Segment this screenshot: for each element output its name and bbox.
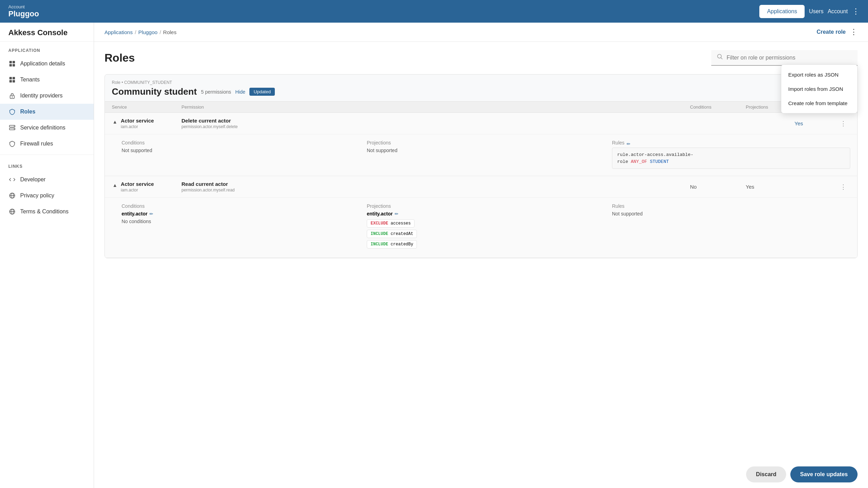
save-button[interactable]: Save role updates [790,466,858,482]
page-content: Roles Role • COMMUNITY_STUDENT [94,42,868,272]
sidebar-section-application: APPLICATION [0,42,94,56]
sidebar-item-firewall-rules[interactable]: Firewall rules [0,136,94,152]
perm2-rules-label: Rules [612,203,850,209]
svg-point-9 [12,96,13,97]
perm1-rules-edit-icon[interactable]: ✏ [627,141,630,147]
nav-users-button[interactable]: Users [809,8,823,15]
sidebar-item-tenants-label: Tenants [20,77,40,83]
sidebar-item-roles-label: Roles [20,109,36,115]
perm2-id: permission.actor.myself.read [181,188,690,192]
sidebar-section-links: LINKS [0,158,94,172]
search-input[interactable] [727,55,852,61]
perm1-rules: Yes [795,120,836,126]
perm2-detail: Conditions entity.actor ✏ No conditions … [105,197,857,258]
sidebar-item-service-definitions-label: Service definitions [20,125,65,131]
svg-rect-7 [13,80,15,82]
perm2-expand-button[interactable]: ▲ [112,182,118,189]
col-header-permission: Permission [181,104,690,110]
roles-header: Roles [104,50,858,66]
sidebar-item-identity-providers[interactable]: Identity providers [0,88,94,104]
perm2-cond-edit-icon[interactable]: ✏ [149,211,153,217]
dropdown-item-export[interactable]: Export roles as JSON [781,68,857,82]
sidebar-item-privacy-policy[interactable]: Privacy policy [0,188,94,204]
breadcrumb-bar: Applications / Pluggoo / Roles Create ro… [94,23,868,42]
terms-globe-icon [8,208,16,215]
sidebar-item-service-definitions[interactable]: Service definitions [0,120,94,136]
header-more-button[interactable]: ⋮ [852,7,860,16]
perm-row-2-main: ▲ Actor service iam.actor Read current a… [105,176,857,197]
perm1-name: Delete current actor [181,118,690,124]
sidebar-item-terms[interactable]: Terms & Conditions [0,204,94,220]
sidebar-item-identity-providers-label: Identity providers [20,93,63,99]
perm1-service-id: iam.actor [121,124,154,129]
role-card: Role • COMMUNITY_STUDENT Community stude… [104,74,858,258]
perm1-expand-button[interactable]: ▲ [112,118,118,125]
roles-shield-icon [8,108,16,116]
perm2-conditions: No [690,184,746,190]
breadcrumb-more-button[interactable]: ⋮ [850,27,858,37]
perm1-proj-label: Projections [367,140,605,145]
perm1-rules-label: Rules [612,140,625,145]
perm-row-1-main: ▲ Actor service iam.actor Delete current… [105,113,857,134]
account-label: Account [8,4,39,9]
perm1-rules-yes[interactable]: Yes [795,120,803,126]
perm2-proj-yes: Yes [746,184,754,190]
tenants-icon [8,76,16,84]
perm1-proj-value: Not supported [367,148,605,153]
nav-applications-button[interactable]: Applications [759,5,805,18]
svg-rect-1 [13,61,15,63]
discard-button[interactable]: Discard [746,466,786,482]
breadcrumb-applications[interactable]: Applications [104,29,133,35]
perm1-detail: Conditions Not supported Projections Not… [105,134,857,176]
svg-rect-5 [13,77,15,79]
sidebar-item-app-details-label: Application details [20,61,65,67]
breadcrumb-app-name[interactable]: Pluggoo [138,29,157,35]
main-layout: Akkess Console APPLICATION Application d… [0,23,868,488]
breadcrumb-actions: Create role ⋮ [816,27,858,37]
perm2-name: Read current actor [181,181,690,187]
svg-rect-2 [9,64,12,66]
perm2-more-button[interactable]: ⋮ [836,183,850,191]
perm2-cond-label: Conditions [122,203,360,209]
perm2-cond-entity: entity.actor [122,211,147,217]
svg-line-21 [721,58,723,60]
create-role-button[interactable]: Create role [816,29,846,35]
sidebar-item-developer[interactable]: Developer [0,172,94,188]
permission-row-2: ▲ Actor service iam.actor Read current a… [105,176,857,258]
perm1-more-button[interactable]: ⋮ [836,120,850,127]
sidebar-item-roles[interactable]: Roles [0,104,94,120]
permission-row-1: ▲ Actor service iam.actor Delete current… [105,113,857,176]
dropdown-item-import[interactable]: Import roles from JSON [781,82,857,96]
permissions-table-header: Service Permission Conditions Projection… [105,101,857,113]
role-hide-button[interactable]: Hide [235,89,245,95]
dropdown-item-create-template[interactable]: Create role from template [781,96,857,110]
perm2-rules-value: Not supported [612,211,850,217]
proj-tag-exclude-accesses: EXCLUDE accesses [367,219,414,228]
svg-point-20 [718,54,721,58]
account-name: Pluggoo [8,9,39,18]
sidebar: Akkess Console APPLICATION Application d… [0,23,94,488]
svg-rect-0 [9,61,12,63]
sidebar-item-tenants[interactable]: Tenants [0,72,94,88]
perm2-service-id: iam.actor [121,188,154,192]
svg-rect-6 [9,80,12,82]
sidebar-item-developer-label: Developer [20,176,46,183]
perm2-service-name: Actor service [121,181,154,187]
role-title-row: Community student 5 permissions Hide Upd… [112,86,850,97]
grid-icon [8,60,16,68]
header-account-info: Account Pluggoo [8,4,39,18]
service-col-2: ▲ Actor service iam.actor [112,181,181,192]
nav-account-button[interactable]: Account [828,8,848,15]
globe-icon [8,192,16,199]
perm1-id: permission.actor.myself.delete [181,124,690,129]
code-icon [8,176,16,183]
perm2-proj-tags: EXCLUDE accesses INCLUDE createdAt INCLU… [367,219,605,251]
col-header-conditions: Conditions [690,104,746,110]
sidebar-item-terms-label: Terms & Conditions [20,208,69,215]
perm2-proj-edit-icon[interactable]: ✏ [395,211,398,217]
role-title: Community student [112,86,197,97]
proj-tag-include-createdat: INCLUDE createdAt [367,230,417,238]
svg-rect-4 [9,77,12,79]
perm2-cond-value: No conditions [122,219,360,224]
sidebar-item-app-details[interactable]: Application details [0,56,94,72]
